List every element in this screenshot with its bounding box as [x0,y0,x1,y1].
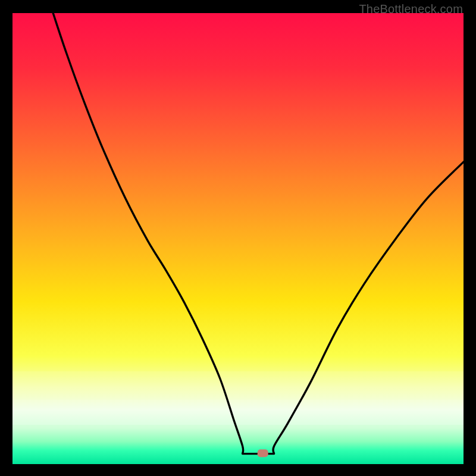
haze-band-lower [12,400,464,425]
optimal-point-marker [258,449,268,457]
bottleneck-chart [12,13,464,464]
watermark-text: TheBottleneck.com [359,2,463,16]
chart-stage: TheBottleneck.com [0,0,476,476]
haze-band-upper [12,371,464,400]
plot-area [12,13,464,464]
